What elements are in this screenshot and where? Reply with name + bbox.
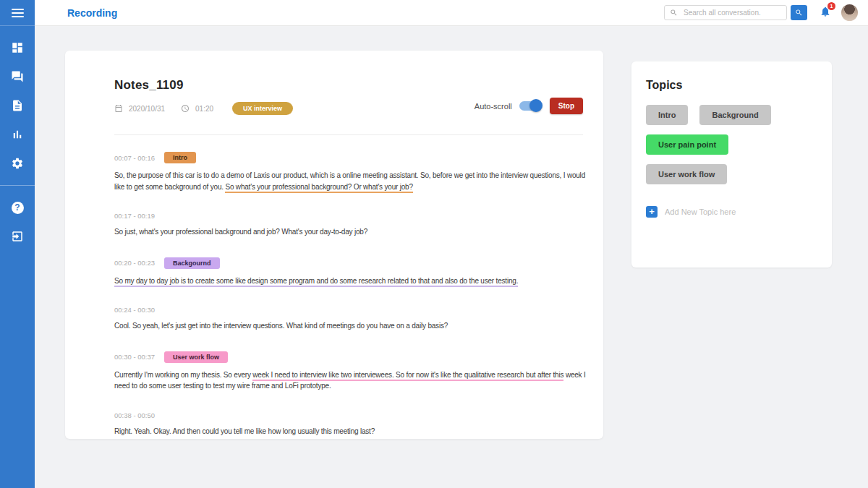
page-title: Recording <box>67 7 117 19</box>
sidebar-item-notes[interactable] <box>0 91 35 120</box>
entry-header: 00:20 - 00:23 Backgournd <box>114 257 583 269</box>
entry-topic-tag[interactable]: User work flow <box>164 351 228 363</box>
entry-time: 00:07 - 00:16 <box>114 154 155 162</box>
content-area: Notes_1109 2020/10/31 01:20 UX interview… <box>35 26 868 488</box>
bar-chart-icon <box>11 128 24 141</box>
entry-time: 00:24 - 00:30 <box>114 306 155 314</box>
entry-topic-tag[interactable]: Intro <box>164 152 196 163</box>
logout-icon <box>11 230 24 243</box>
note-card: Notes_1109 2020/10/31 01:20 UX interview… <box>65 51 603 439</box>
note-header: Notes_1109 2020/10/31 01:20 UX interview… <box>114 78 583 115</box>
calendar-icon <box>114 104 123 113</box>
entry-topic-tag[interactable]: Backgournd <box>164 257 220 269</box>
entry-header: 00:38 - 00:50 <box>114 411 583 419</box>
entry-text-segment: So my day to day job is to create some l… <box>114 277 518 287</box>
transcript-entry: 00:20 - 00:23 Backgournd So my day to da… <box>114 257 583 287</box>
entry-time: 00:17 - 00:19 <box>114 212 155 220</box>
note-duration: 01:20 <box>195 105 213 113</box>
chat-icon <box>11 70 24 83</box>
topics-tag-list: Intro Background User pain point User wo… <box>646 105 817 184</box>
notifications-button[interactable]: 1 <box>820 6 831 20</box>
topic-tag[interactable]: Intro <box>646 105 688 125</box>
toggle-knob <box>529 99 542 112</box>
app-root: ? Recording 1 <box>0 0 868 488</box>
entry-text-segment: Cool. So yeah, let's just get into the i… <box>114 322 448 330</box>
topics-card: Topics Intro Background User pain point … <box>631 61 832 267</box>
add-topic-row: + <box>646 206 817 218</box>
avatar[interactable] <box>841 4 858 21</box>
sidebar-item-logout[interactable] <box>0 222 35 251</box>
topbar: Recording 1 <box>35 0 868 26</box>
searchbox <box>664 5 787 20</box>
entry-text-segment: So just, what's your professional backgr… <box>114 228 367 236</box>
sidebar-item-settings[interactable] <box>0 149 35 178</box>
sidebar-item-conversations[interactable] <box>0 62 35 91</box>
sidebar-item-analytics[interactable] <box>0 120 35 149</box>
entry-text-segment: Right. Yeah. Okay. And then could you te… <box>114 427 375 435</box>
entry-text: Currently I'm working on my thesis. So e… <box>114 369 588 392</box>
note-controls: Auto-scroll Stop <box>475 98 583 115</box>
entry-text-segment: week I need to interview like two interv… <box>252 371 563 381</box>
autoscroll-toggle[interactable] <box>519 101 541 111</box>
document-icon <box>11 99 24 112</box>
help-icon: ? <box>12 202 24 214</box>
dashboard-icon <box>11 41 24 54</box>
add-topic-input[interactable] <box>665 207 795 216</box>
topic-tag[interactable]: User work flow <box>646 164 727 184</box>
search-icon <box>670 9 678 17</box>
transcript-entry: 00:07 - 00:16 Intro So, the purpose of t… <box>114 152 583 192</box>
topic-tag[interactable]: Background <box>699 105 770 125</box>
notification-badge: 1 <box>827 2 835 10</box>
note-meta: 2020/10/31 01:20 UX interview <box>114 102 293 115</box>
note-title: Notes_1109 <box>114 78 293 93</box>
entry-text: So, the purpose of this car is to do a d… <box>114 170 588 192</box>
topbar-right: 1 <box>664 4 858 21</box>
header-divider <box>114 134 583 135</box>
clock-icon <box>181 104 190 113</box>
search-button[interactable] <box>791 5 807 20</box>
add-topic-button[interactable]: + <box>646 206 658 218</box>
transcript-entry: 00:38 - 00:50 Right. Yeah. Okay. And the… <box>114 411 583 437</box>
sidebar-item-help[interactable]: ? <box>0 193 35 222</box>
entry-time: 00:20 - 00:23 <box>114 259 155 267</box>
search-input[interactable] <box>664 5 787 20</box>
note-date: 2020/10/31 <box>129 105 165 113</box>
main-column: Recording 1 <box>35 0 868 488</box>
entry-text-segment: So what's your professional background? … <box>225 183 412 193</box>
gear-icon <box>11 157 24 170</box>
note-header-left: Notes_1109 2020/10/31 01:20 UX interview <box>114 78 293 115</box>
sidebar-nav-bottom: ? <box>0 186 35 251</box>
menu-icon[interactable] <box>0 0 35 26</box>
entry-text: Right. Yeah. Okay. And then could you te… <box>114 426 588 437</box>
topics-title: Topics <box>646 79 817 92</box>
entry-text: Cool. So yeah, let's just get into the i… <box>114 320 588 332</box>
sidebar: ? <box>0 0 35 488</box>
entry-text: So my day to day job is to create some l… <box>114 275 588 287</box>
autoscroll-label: Auto-scroll <box>475 102 512 111</box>
transcript-entry: 00:17 - 00:19 So just, what's your profe… <box>114 212 583 238</box>
entry-header: 00:17 - 00:19 <box>114 212 583 220</box>
transcript-entry: 00:24 - 00:30 Cool. So yeah, let's just … <box>114 306 583 332</box>
entry-text-segment: Currently I'm working on my thesis. So e… <box>114 371 252 379</box>
sidebar-item-dashboard[interactable] <box>0 33 35 62</box>
session-tag[interactable]: UX interview <box>232 102 293 115</box>
sidebar-nav <box>0 26 35 178</box>
entry-time: 00:38 - 00:50 <box>114 411 155 419</box>
topic-tag[interactable]: User pain point <box>646 134 728 155</box>
stop-button[interactable]: Stop <box>550 98 583 114</box>
entry-time: 00:30 - 00:37 <box>114 353 155 361</box>
hamburger-icon <box>12 9 24 17</box>
entry-header: 00:24 - 00:30 <box>114 306 583 314</box>
entry-text: So just, what's your professional backgr… <box>114 226 588 238</box>
entry-header: 00:07 - 00:16 Intro <box>114 152 583 163</box>
entry-header: 00:30 - 00:37 User work flow <box>114 351 583 363</box>
transcript-entry: 00:30 - 00:37 User work flow Currently I… <box>114 351 583 392</box>
search-button-icon <box>795 9 803 17</box>
transcript-list: 00:07 - 00:16 Intro So, the purpose of t… <box>114 152 583 439</box>
